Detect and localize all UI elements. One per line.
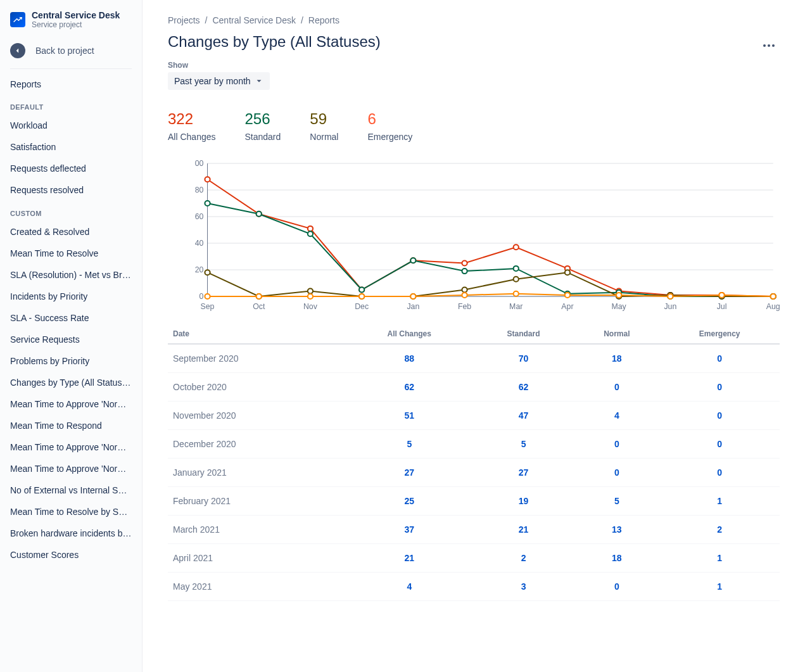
svg-point-69 <box>565 293 570 298</box>
svg-text:May: May <box>611 302 626 311</box>
nav-item[interactable]: Mean Time to Resolve by Ser… <box>0 501 142 523</box>
row-value[interactable]: 0 <box>659 373 780 402</box>
row-date: May 2021 <box>168 573 346 601</box>
row-value[interactable]: 25 <box>346 487 473 516</box>
row-value[interactable]: 5 <box>574 487 659 516</box>
page-title: Changes by Type (All Statuses) <box>168 33 381 51</box>
breadcrumb: Projects/Central Service Desk/Reports <box>168 10 780 30</box>
svg-text:Jul: Jul <box>717 302 727 311</box>
row-value[interactable]: 21 <box>346 544 473 573</box>
row-value[interactable]: 37 <box>346 516 473 544</box>
row-value[interactable]: 4 <box>346 573 473 601</box>
svg-text:Apr: Apr <box>561 302 573 311</box>
nav-item[interactable]: Problems by Priority <box>0 350 142 372</box>
svg-text:20: 20 <box>195 265 204 274</box>
back-to-project-link[interactable]: Back to project <box>0 37 142 65</box>
nav-item[interactable]: Mean Time to Approve 'Norm… <box>0 393 142 415</box>
table-row: September 20208870180 <box>168 344 780 373</box>
svg-point-38 <box>205 201 210 206</box>
row-value[interactable]: 0 <box>659 459 780 487</box>
nav-item[interactable]: Mean Time to Resolve <box>0 243 142 264</box>
row-value[interactable]: 5 <box>473 430 574 459</box>
nav-item[interactable]: Incidents by Priority <box>0 286 142 307</box>
row-value[interactable]: 1 <box>659 487 780 516</box>
more-actions-button[interactable] <box>758 39 780 52</box>
row-value[interactable]: 0 <box>659 402 780 430</box>
svg-text:Sep: Sep <box>201 302 215 311</box>
svg-point-56 <box>514 277 519 282</box>
breadcrumb-link[interactable]: Central Service Desk <box>212 15 296 25</box>
svg-point-32 <box>514 244 519 250</box>
project-header[interactable]: Central Service Desk Service project <box>0 10 142 37</box>
reports-heading[interactable]: Reports <box>0 74 142 94</box>
svg-text:0: 0 <box>200 292 204 301</box>
nav-item[interactable]: No of External vs Internal Ser… <box>0 479 142 501</box>
svg-point-62 <box>205 294 210 299</box>
svg-point-42 <box>410 258 415 263</box>
nav-group-label: CUSTOM <box>0 201 142 221</box>
svg-text:Nov: Nov <box>303 302 318 311</box>
row-value[interactable]: 19 <box>473 487 574 516</box>
row-value[interactable]: 21 <box>473 516 574 544</box>
svg-text:Mar: Mar <box>509 302 523 311</box>
svg-point-26 <box>205 177 210 182</box>
row-value[interactable]: 18 <box>574 344 659 373</box>
chevron-down-icon <box>255 77 263 86</box>
svg-point-28 <box>308 226 313 231</box>
row-value[interactable]: 0 <box>574 459 659 487</box>
row-value[interactable]: 47 <box>473 402 574 430</box>
nav-item[interactable]: Requests resolved <box>0 179 142 201</box>
breadcrumb-link[interactable]: Reports <box>308 15 339 25</box>
row-value[interactable]: 13 <box>574 516 659 544</box>
time-range-dropdown[interactable]: Past year by month <box>168 72 270 90</box>
svg-point-31 <box>462 261 467 266</box>
row-value[interactable]: 0 <box>659 430 780 459</box>
row-value[interactable]: 88 <box>346 344 473 373</box>
nav-item[interactable]: Mean Time to Approve 'Norm… <box>0 436 142 458</box>
row-value[interactable]: 62 <box>346 373 473 402</box>
row-value[interactable]: 5 <box>346 430 473 459</box>
row-value[interactable]: 1 <box>659 544 780 573</box>
svg-text:Oct: Oct <box>253 302 265 311</box>
row-date: October 2020 <box>168 373 346 402</box>
row-value[interactable]: 27 <box>473 459 574 487</box>
nav-item[interactable]: Service Requests <box>0 329 142 350</box>
row-value[interactable]: 70 <box>473 344 574 373</box>
row-date: November 2020 <box>168 402 346 430</box>
back-label: Back to project <box>35 46 94 56</box>
svg-point-73 <box>771 294 776 299</box>
nav-item[interactable]: Customer Scores <box>0 544 142 566</box>
metric-label: All Changes <box>168 132 216 142</box>
nav-item[interactable]: Requests deflected <box>0 158 142 179</box>
nav-item[interactable]: SLA - Success Rate <box>0 307 142 329</box>
row-value[interactable]: 27 <box>346 459 473 487</box>
row-value[interactable]: 0 <box>574 373 659 402</box>
svg-text:60: 60 <box>195 212 204 221</box>
metric: 59Normal <box>310 110 338 142</box>
row-value[interactable]: 62 <box>473 373 574 402</box>
nav-item[interactable]: Created & Resolved <box>0 221 142 243</box>
row-value[interactable]: 1 <box>659 573 780 601</box>
table-header: Emergency <box>659 324 780 344</box>
nav-item[interactable]: Changes by Type (All Statuses) <box>0 372 142 393</box>
nav-item[interactable]: Mean Time to Approve 'Norm… <box>0 458 142 479</box>
nav-item[interactable]: Workload <box>0 115 142 136</box>
nav-item[interactable]: Broken hardware incidents by… <box>0 523 142 544</box>
row-value[interactable]: 0 <box>574 430 659 459</box>
row-value[interactable]: 4 <box>574 402 659 430</box>
row-value[interactable]: 0 <box>574 573 659 601</box>
row-value[interactable]: 2 <box>473 544 574 573</box>
row-value[interactable]: 0 <box>659 344 780 373</box>
nav-item[interactable]: SLA (Resolution) - Met vs Bre… <box>0 264 142 286</box>
row-value[interactable]: 18 <box>574 544 659 573</box>
row-value[interactable]: 2 <box>659 516 780 544</box>
row-value[interactable]: 51 <box>346 402 473 430</box>
svg-point-68 <box>514 291 519 296</box>
nav-item[interactable]: Satisfaction <box>0 136 142 158</box>
breadcrumb-link[interactable]: Projects <box>168 15 200 25</box>
svg-point-41 <box>359 288 364 293</box>
svg-text:Jan: Jan <box>407 302 419 311</box>
nav-item[interactable]: Mean Time to Respond <box>0 415 142 436</box>
svg-text:80: 80 <box>195 186 204 194</box>
row-value[interactable]: 3 <box>473 573 574 601</box>
